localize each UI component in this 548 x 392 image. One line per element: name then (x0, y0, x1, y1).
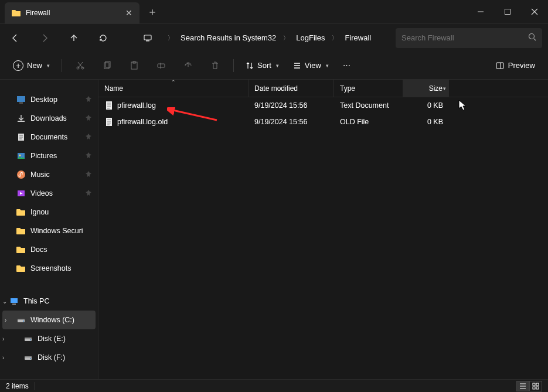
preview-button[interactable]: Preview (491, 56, 540, 76)
folder-icon (16, 264, 26, 273)
dropdown-icon[interactable]: ▾ (443, 86, 446, 91)
drive-label: Windows (C:) (30, 316, 74, 324)
chevron-right-icon[interactable]: › (2, 354, 4, 361)
search-input[interactable] (401, 33, 528, 42)
navigation-bar: 〉 Search Results in System32 〉 LogFiles … (0, 23, 548, 52)
sidebar-item[interactable]: Docs (0, 240, 98, 259)
sidebar-item[interactable]: Videos (0, 184, 98, 203)
column-size[interactable]: Size▾ (403, 80, 449, 97)
breadcrumb-segment[interactable]: Search Results in System32 (175, 31, 282, 45)
folder-icon (16, 207, 26, 217)
file-name: pfirewall.log.old (117, 118, 168, 126)
new-button[interactable]: + New ▾ (8, 56, 55, 76)
up-button[interactable] (64, 29, 83, 47)
svg-rect-35 (536, 383, 539, 386)
sidebar-this-pc[interactable]: ⌄ This PC (0, 292, 98, 311)
svg-rect-12 (496, 63, 503, 69)
chevron-right-icon[interactable]: 〉 (332, 34, 338, 42)
sidebar-item[interactable]: Desktop (0, 90, 98, 109)
delete-button[interactable] (204, 56, 226, 76)
minimize-button[interactable] (467, 0, 494, 23)
music-icon (16, 170, 26, 179)
sidebar-item-label: Pictures (30, 152, 57, 160)
videos-icon (16, 189, 26, 198)
sidebar-item-label: Docs (30, 246, 47, 254)
column-type[interactable]: Type (334, 80, 403, 97)
cut-button[interactable] (69, 56, 91, 76)
rename-button[interactable] (150, 56, 172, 76)
file-rows: pfirewall.log 9/19/2024 15:56 Text Docum… (98, 97, 548, 379)
sidebar-item[interactable]: Music (0, 165, 98, 184)
copy-button[interactable] (96, 56, 118, 76)
close-window-button[interactable] (521, 0, 548, 23)
view-mode-toggle (516, 381, 542, 391)
file-name: pfirewall.log (117, 101, 156, 110)
tab-firewall[interactable]: Firewall ✕ (5, 2, 139, 23)
paste-button[interactable] (123, 56, 145, 76)
svg-rect-11 (158, 64, 165, 67)
more-icon: ⋯ (343, 61, 350, 70)
navigation-sidebar[interactable]: Desktop Downloads Documents Pictures Mus… (0, 80, 98, 379)
item-count: 2 items (6, 382, 29, 390)
close-tab-icon[interactable]: ✕ (125, 8, 132, 18)
maximize-button[interactable] (494, 0, 521, 23)
sidebar-drive[interactable]: › Disk (F:) (0, 348, 98, 367)
share-button[interactable] (177, 56, 199, 76)
file-row[interactable]: pfirewall.log.old 9/19/2024 15:56 OLD Fi… (98, 114, 548, 130)
search-icon[interactable] (528, 33, 536, 43)
pictures-icon (16, 151, 26, 161)
view-label: View (305, 61, 321, 70)
svg-rect-22 (12, 304, 16, 305)
details-view-button[interactable] (516, 381, 529, 391)
column-date[interactable]: Date modified (249, 80, 334, 97)
file-row[interactable]: pfirewall.log 9/19/2024 15:56 Text Docum… (98, 97, 548, 114)
sidebar-item[interactable]: Windows Securi (0, 221, 98, 240)
svg-rect-3 (146, 40, 149, 42)
new-tab-button[interactable]: ＋ (139, 0, 165, 23)
refresh-button[interactable] (94, 29, 113, 47)
file-type: Text Document (340, 101, 389, 110)
sidebar-item-label: Ignou (30, 208, 49, 216)
command-toolbar: + New ▾ Sort ▾ View ▾ ⋯ Preview (0, 52, 548, 80)
breadcrumb-segment[interactable]: Firewall (339, 31, 377, 45)
file-icon (104, 117, 114, 127)
search-box[interactable] (396, 28, 542, 48)
svg-point-28 (30, 339, 31, 340)
sidebar-item-label: Screenshots (30, 264, 71, 272)
chevron-right-icon[interactable]: 〉 (168, 34, 173, 42)
chevron-right-icon[interactable]: 〉 (283, 34, 289, 42)
chevron-right-icon[interactable]: › (2, 336, 4, 342)
sidebar-item[interactable]: Screenshots (0, 259, 98, 278)
chevron-down-icon[interactable]: ⌄ (2, 298, 7, 305)
sidebar-item[interactable]: Downloads (0, 109, 98, 128)
svg-point-18 (19, 155, 21, 156)
sidebar-item-label: Videos (30, 189, 53, 197)
sidebar-item-label: Documents (30, 133, 67, 141)
svg-rect-34 (533, 383, 535, 386)
chevron-right-icon[interactable]: › (5, 317, 6, 323)
sidebar-item[interactable]: Pictures (0, 146, 98, 165)
window-controls (467, 0, 548, 23)
file-size: 0 KB (427, 101, 443, 110)
preview-label: Preview (508, 61, 535, 70)
sidebar-drive[interactable]: › Windows (C:) (2, 311, 96, 329)
sidebar-item[interactable]: Documents (0, 128, 98, 146)
breadcrumb-segment[interactable]: LogFiles (290, 31, 331, 45)
pc-icon (9, 296, 19, 306)
pin-icon (85, 171, 92, 179)
pc-icon[interactable] (138, 29, 157, 47)
forward-button[interactable] (35, 29, 54, 47)
sort-button[interactable]: Sort ▾ (241, 56, 284, 76)
thumbnails-view-button[interactable] (529, 381, 542, 391)
drive-label: Disk (E:) (38, 335, 66, 343)
sidebar-item[interactable]: Ignou (0, 203, 98, 221)
sidebar-drive[interactable]: › Disk (E:) (0, 329, 98, 348)
view-button[interactable]: View ▾ (288, 56, 333, 76)
file-date: 9/19/2024 15:56 (254, 118, 307, 126)
more-button[interactable]: ⋯ (338, 56, 355, 76)
folder-icon (16, 226, 26, 236)
back-button[interactable] (6, 29, 25, 47)
column-name[interactable]: ⌃ Name (98, 80, 249, 97)
svg-point-19 (17, 171, 25, 179)
pin-icon (85, 189, 92, 198)
